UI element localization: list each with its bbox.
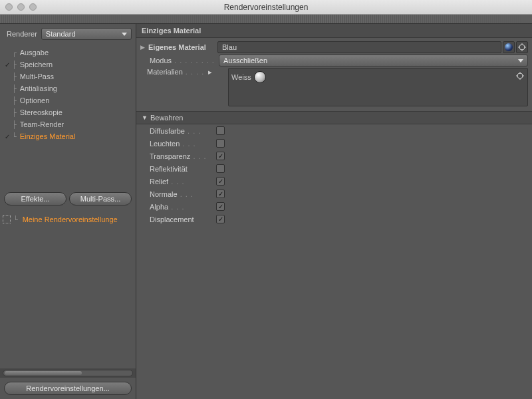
checkbox[interactable] <box>216 202 225 211</box>
toolbar-grip[interactable] <box>0 15 532 24</box>
tree-item-multipass[interactable]: ├ Multi-Pass <box>3 70 136 82</box>
link-target-icon[interactable] <box>516 41 528 53</box>
check-row-relief: Relief . . . <box>136 175 532 188</box>
preserve-section-header[interactable]: ▼ Bewahren <box>136 111 532 124</box>
effects-button[interactable]: Effekte... <box>4 192 66 205</box>
check-label: Displacement <box>150 215 216 223</box>
svg-point-5 <box>517 73 523 78</box>
material-item[interactable]: Weiss <box>231 71 266 83</box>
multipass-button[interactable]: Multi-Pass... <box>69 192 132 205</box>
check-row-normale: Normale . . . <box>136 188 532 200</box>
check-row-leuchten: Leuchten . . . <box>136 137 532 150</box>
renderer-dropdown[interactable]: Standard <box>41 28 132 40</box>
check-row-diffusfarbe: Diffusfarbe . . . <box>136 124 532 137</box>
panel-title: Einziges Material <box>136 24 532 38</box>
own-material-row: ▶ Eigenes Material Blau <box>136 41 532 54</box>
materials-drop-area[interactable]: Weiss <box>228 68 528 106</box>
check-label: Transparenz . . . <box>150 152 216 160</box>
check-label: Relief . . . <box>150 178 216 186</box>
checkbox[interactable] <box>216 215 225 223</box>
minimize-icon[interactable] <box>17 3 25 11</box>
renderer-row: Renderer Standard <box>0 24 136 44</box>
tree-item-optionen[interactable]: ├ Optionen <box>3 94 136 106</box>
window-controls <box>0 3 37 11</box>
selection-icon <box>3 215 11 223</box>
renderer-value: Standard <box>46 30 76 38</box>
svg-point-0 <box>519 45 525 50</box>
chevron-down-icon <box>518 59 523 63</box>
disclosure-down-icon[interactable]: ▼ <box>142 114 148 121</box>
chevron-down-icon <box>122 33 127 36</box>
settings-panel: Einziges Material ▶ Eigenes Material Bla… <box>136 24 532 399</box>
check-row-alpha: Alpha . . . <box>136 200 532 213</box>
check-label: Leuchten . . . <box>150 140 216 148</box>
renderer-label: Renderer <box>7 30 37 38</box>
tree-item-speichern[interactable]: ✓ ├ Speichern <box>3 59 136 70</box>
mode-row: Modus . . . . . . . . Ausschließen <box>136 54 532 67</box>
tree-checkbox[interactable]: ✓ <box>3 61 12 68</box>
check-label: Normale . . . <box>150 190 216 198</box>
check-label: Diffusfarbe . . . <box>150 127 216 135</box>
tree-item-einziges-material[interactable]: ✓ └ Einziges Material <box>3 130 136 142</box>
tree-item-teamrender[interactable]: ├ Team-Render <box>3 118 136 130</box>
tree-item-antialiasing[interactable]: ├ Antialiasing <box>3 82 136 94</box>
presets-list: └ Meine Rendervoreinstellunge <box>0 209 136 229</box>
checkbox[interactable] <box>216 152 225 160</box>
horizontal-scrollbar[interactable] <box>0 368 136 378</box>
tree-checkbox[interactable]: ✓ <box>3 133 12 140</box>
preserve-checks: Diffusfarbe . . .Leuchten . . .Transpare… <box>136 124 532 225</box>
checkbox[interactable] <box>216 190 225 198</box>
disclosure-icon[interactable]: ▶ <box>140 44 147 51</box>
panel-body: ▶ Eigenes Material Blau Modus . . . . . … <box>136 38 532 228</box>
sidebar: Renderer Standard ┌ Ausgabe ✓ ├ Speicher… <box>0 24 136 399</box>
titlebar[interactable]: Rendervoreinstellungen <box>0 0 532 15</box>
preset-item[interactable]: └ Meine Rendervoreinstellunge <box>3 213 133 225</box>
zoom-icon[interactable] <box>29 3 37 11</box>
check-row-displacement: Displacement <box>136 213 532 225</box>
materials-row: ▶ Materialien . . . . ▸ Weiss <box>136 67 532 107</box>
checkbox[interactable] <box>216 177 225 186</box>
material-ball-icon <box>254 71 266 83</box>
render-presets-button[interactable]: Rendervoreinstellungen... <box>4 382 132 395</box>
window-body: Renderer Standard ┌ Ausgabe ✓ ├ Speicher… <box>0 24 532 399</box>
check-label: Reflektivität <box>150 165 216 173</box>
own-material-field[interactable]: Blau <box>217 41 501 53</box>
mode-dropdown[interactable]: Ausschließen <box>219 55 528 66</box>
material-sphere-icon[interactable] <box>503 41 515 53</box>
checkbox[interactable] <box>216 126 225 135</box>
close-icon[interactable] <box>5 3 13 11</box>
tree-item-ausgabe[interactable]: ┌ Ausgabe <box>3 47 136 59</box>
render-settings-window: Rendervoreinstellungen Renderer Standard… <box>0 0 532 399</box>
checkbox[interactable] <box>216 164 225 173</box>
check-row-reflektivität: Reflektivität <box>136 162 532 175</box>
render-options-tree: ┌ Ausgabe ✓ ├ Speichern ├ Multi-Pass ├ A… <box>0 44 136 188</box>
window-title: Rendervoreinstellungen <box>0 3 532 12</box>
check-row-transparenz: Transparenz . . . <box>136 150 532 162</box>
tree-item-stereoskopie[interactable]: ├ Stereoskopie <box>3 106 136 118</box>
checkbox[interactable] <box>216 139 225 148</box>
check-label: Alpha . . . <box>150 203 216 211</box>
sidebar-button-row: Effekte... Multi-Pass... <box>0 188 136 209</box>
link-target-icon[interactable] <box>514 70 526 82</box>
